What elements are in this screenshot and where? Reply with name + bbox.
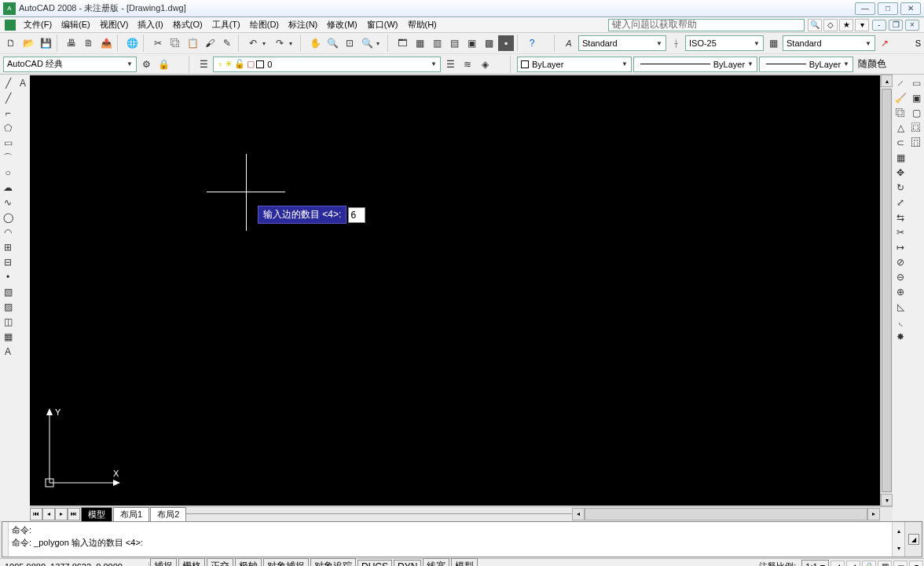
redo-dropdown[interactable]: ▾ bbox=[289, 40, 297, 47]
snap-toggle[interactable]: 捕捉 bbox=[150, 558, 177, 566]
gradient-tool[interactable]: ▨ bbox=[1, 300, 15, 314]
close-button[interactable]: ✕ bbox=[900, 2, 921, 15]
break-point-tool[interactable]: ⊘ bbox=[893, 255, 908, 269]
help-button[interactable]: ? bbox=[524, 35, 540, 51]
workspace-lock-button[interactable]: 🔒 bbox=[156, 57, 171, 72]
color-combo[interactable]: ByLayer▼ bbox=[517, 57, 632, 72]
tab-next-button[interactable]: ▸ bbox=[55, 508, 68, 520]
menu-file[interactable]: 文件(F) bbox=[19, 19, 57, 31]
multileader-style-icon[interactable]: ↗ bbox=[877, 35, 893, 51]
zoom-previous-button[interactable]: 🔍 bbox=[359, 35, 375, 51]
sheet-set-button[interactable]: ▤ bbox=[446, 35, 462, 51]
canvas-hscrollbar[interactable] bbox=[585, 508, 867, 520]
bring-front-tool[interactable]: ▣ bbox=[909, 91, 923, 105]
menu-help[interactable]: 帮助(H) bbox=[403, 19, 442, 31]
menu-modify[interactable]: 修改(M) bbox=[322, 19, 362, 31]
bring-above-tool[interactable]: ⿴ bbox=[909, 121, 923, 135]
circle-tool[interactable]: ○ bbox=[1, 166, 15, 180]
layer-combo[interactable]: ♀ ☀ 🔓 ▢ 0▼ bbox=[213, 57, 441, 72]
make-block-tool[interactable]: ⊟ bbox=[1, 255, 15, 269]
menu-tools[interactable]: 工具(T) bbox=[207, 19, 245, 31]
text-style-combo[interactable]: Standard▼ bbox=[578, 35, 666, 51]
cmd-grip[interactable] bbox=[2, 522, 9, 557]
minimize-button[interactable]: — bbox=[855, 2, 875, 15]
layer-properties-button[interactable]: ☰ bbox=[196, 57, 211, 72]
layer-isolate-button[interactable]: ◈ bbox=[477, 57, 493, 72]
chamfer-tool[interactable]: ◺ bbox=[893, 300, 908, 314]
model-toggle[interactable]: 模型 bbox=[451, 558, 478, 566]
menu-window[interactable]: 窗口(W) bbox=[362, 19, 403, 31]
construction-line-tool[interactable]: ╱ bbox=[1, 91, 15, 105]
open-button[interactable]: 📂 bbox=[20, 35, 36, 51]
status-lock-icon[interactable]: 🔒 bbox=[862, 561, 876, 567]
table-style-icon[interactable]: ▦ bbox=[765, 35, 781, 51]
tool-palettes-button[interactable]: ▥ bbox=[429, 35, 445, 51]
annotation-autoscale-icon[interactable]: ⊿ bbox=[846, 561, 860, 567]
ellipse-tool[interactable]: ◯ bbox=[1, 210, 15, 225]
spline-tool[interactable]: ∿ bbox=[1, 195, 15, 210]
scroll-down-button[interactable]: ▾ bbox=[881, 494, 893, 506]
cmd-scroll-up[interactable]: ▴ bbox=[892, 522, 904, 539]
hscroll-left-button[interactable]: ◂ bbox=[572, 508, 585, 520]
canvas-vscrollbar[interactable]: ▴ ▾ bbox=[880, 75, 893, 506]
maximize-button[interactable]: □ bbox=[878, 2, 898, 15]
help-arrow-icon[interactable]: ▾ bbox=[855, 19, 869, 31]
comm-center-icon[interactable]: ◇ bbox=[823, 19, 838, 31]
menu-insert[interactable]: 插入(I) bbox=[133, 19, 167, 31]
hscroll-right-button[interactable]: ▸ bbox=[867, 508, 880, 520]
doc-close-button[interactable]: × bbox=[905, 20, 919, 31]
workspace-combo[interactable]: AutoCAD 经典▼ bbox=[3, 57, 137, 72]
array-tool[interactable]: ▦ bbox=[893, 151, 908, 165]
scroll-thumb[interactable] bbox=[882, 89, 892, 492]
undo-dropdown[interactable]: ▾ bbox=[262, 40, 270, 47]
text-style-icon[interactable]: A bbox=[561, 35, 577, 51]
lwt-toggle[interactable]: 线宽 bbox=[423, 558, 449, 566]
explode-tool[interactable]: ✸ bbox=[893, 330, 908, 344]
tab-layout2[interactable]: 布局2 bbox=[150, 507, 186, 521]
menu-dimension[interactable]: 标注(N) bbox=[284, 19, 322, 31]
menu-format[interactable]: 格式(O) bbox=[168, 19, 207, 31]
rotate-tool[interactable]: ↻ bbox=[893, 181, 908, 195]
block-editor-button[interactable]: ✎ bbox=[219, 35, 235, 51]
stretch-tool[interactable]: ⇆ bbox=[893, 210, 908, 225]
arc-tool[interactable]: ⌒ bbox=[1, 151, 15, 165]
mtext-secondary-tool[interactable]: A bbox=[16, 76, 30, 90]
zoom-dropdown[interactable]: ▾ bbox=[376, 40, 384, 47]
3dworkspace-button[interactable]: 🌐 bbox=[124, 35, 140, 51]
distance-tool[interactable]: ⟋ bbox=[893, 76, 908, 90]
region-tool[interactable]: ◫ bbox=[1, 315, 15, 329]
cut-button[interactable]: ✂ bbox=[150, 35, 166, 51]
fillet-tool[interactable]: ◟ bbox=[893, 315, 908, 329]
properties-button[interactable]: 🗔 bbox=[394, 35, 410, 51]
redo-button[interactable]: ↷ bbox=[272, 35, 288, 51]
insert-block-tool[interactable]: ⊞ bbox=[1, 240, 15, 254]
layer-states-button[interactable]: ☰ bbox=[442, 57, 458, 72]
doc-minimize-button[interactable]: - bbox=[872, 20, 886, 31]
paste-button[interactable]: 📋 bbox=[185, 35, 200, 51]
mtext-tool[interactable]: A bbox=[1, 345, 15, 359]
tab-prev-button[interactable]: ◂ bbox=[42, 508, 55, 520]
linetype-combo[interactable]: ByLayer▼ bbox=[633, 57, 757, 72]
cmd-scroll[interactable]: ▴ ▾ bbox=[892, 522, 904, 557]
rectangle-tool[interactable]: ▭ bbox=[1, 136, 15, 150]
clean-screen-icon[interactable]: ▭ bbox=[893, 561, 908, 567]
copy-obj-tool[interactable]: ⿻ bbox=[893, 106, 908, 120]
new-button[interactable]: 🗋 bbox=[3, 35, 19, 51]
annotation-visibility-icon[interactable]: ⊿ bbox=[830, 561, 845, 567]
dynamic-input-field[interactable] bbox=[348, 207, 365, 223]
polyline-tool[interactable]: ⌐ bbox=[1, 106, 15, 120]
search-icon[interactable]: 🔍 bbox=[808, 19, 822, 31]
save-button[interactable]: 💾 bbox=[38, 35, 53, 51]
help-search-input[interactable] bbox=[608, 19, 805, 31]
otrack-toggle[interactable]: 对象追踪 bbox=[310, 558, 356, 566]
command-line-button[interactable]: ▪ bbox=[498, 35, 514, 51]
menu-view[interactable]: 视图(V) bbox=[95, 19, 134, 31]
ducs-toggle[interactable]: DUCS bbox=[358, 560, 392, 567]
undo-button[interactable]: ↶ bbox=[245, 35, 261, 51]
break-tool[interactable]: ⊖ bbox=[893, 270, 908, 284]
match-properties-button[interactable]: 🖌 bbox=[202, 35, 218, 51]
tab-model[interactable]: 模型 bbox=[81, 507, 112, 521]
markup-button[interactable]: ▣ bbox=[464, 35, 479, 51]
grid-toggle[interactable]: 栅格 bbox=[178, 558, 205, 566]
move-tool[interactable]: ✥ bbox=[893, 166, 908, 180]
